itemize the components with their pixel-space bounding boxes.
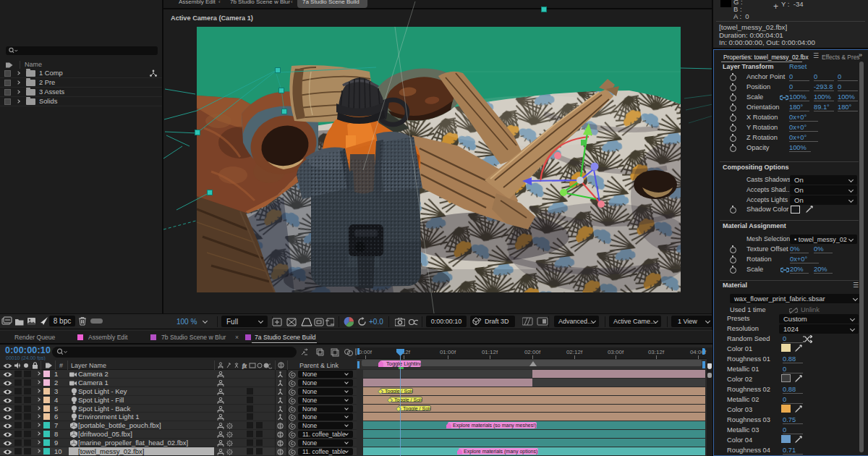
svg-text:fx: fx (242, 363, 247, 369)
